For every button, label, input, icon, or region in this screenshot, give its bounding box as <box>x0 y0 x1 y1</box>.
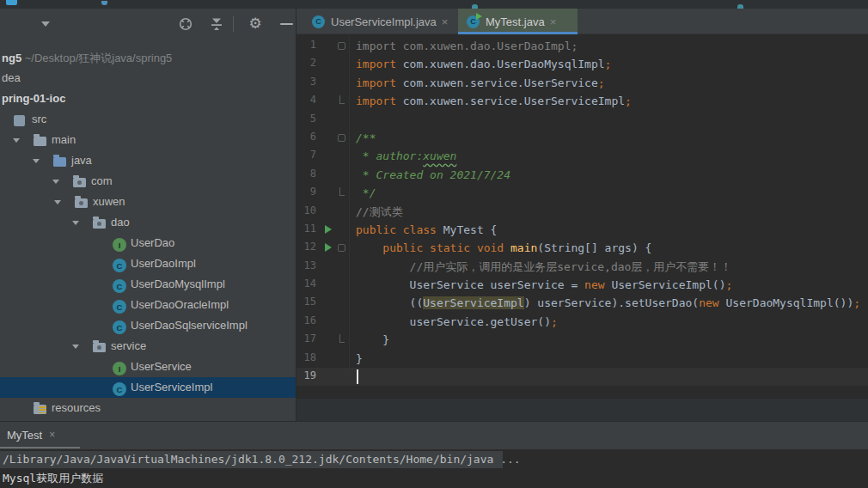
code-line-9[interactable]: 9 */ <box>296 184 868 202</box>
code-line-8[interactable]: 8 * Created on 2021/7/24 <box>296 166 868 184</box>
tree-item-service[interactable]: service <box>0 336 296 357</box>
code-line-15[interactable]: 15 ((UserServiceImpl) userService).setUs… <box>296 294 868 312</box>
tree-expand-arrow-icon[interactable] <box>54 200 61 204</box>
run-tab-mytest[interactable]: MyTest × <box>0 422 62 448</box>
code-line-18[interactable]: 18} <box>296 350 868 368</box>
tree-item-userdaooracleimpl[interactable]: CUserDaoOracleImpl <box>0 295 296 315</box>
code-line-4[interactable]: 4import com.xuwen.service.UserServiceImp… <box>296 92 868 110</box>
run-tab-close-icon[interactable]: × <box>49 429 55 441</box>
tab-close-icon[interactable]: × <box>550 15 557 28</box>
gutter[interactable]: 3 <box>296 74 350 92</box>
tree-item-dea[interactable]: dea <box>0 68 296 88</box>
gutter[interactable]: 1 <box>296 37 350 55</box>
tree-item-src[interactable]: src <box>0 109 296 130</box>
tree-item-label: UserDao <box>131 236 174 249</box>
code-line-12[interactable]: 12 public static void main(String[] args… <box>296 239 868 257</box>
gutter[interactable]: 19 <box>296 368 350 386</box>
tree-item-userservice[interactable]: IUserService <box>0 357 296 377</box>
tree-expand-arrow-icon[interactable] <box>52 180 59 184</box>
settings-gear-icon[interactable]: ⚙ <box>247 15 264 33</box>
gutter[interactable]: 5 <box>296 111 350 129</box>
gutter[interactable]: 4 <box>296 92 350 110</box>
code-line-6[interactable]: 6/** <box>296 129 868 147</box>
code-line-19[interactable]: 19 <box>296 368 868 386</box>
tree-expand-arrow-icon[interactable] <box>33 159 40 163</box>
editor-scrollbar-strip[interactable] <box>296 398 868 421</box>
gutter[interactable]: 14 <box>296 276 350 294</box>
tree-item-dao[interactable]: dao <box>0 212 296 233</box>
code-segment: ; <box>551 315 558 328</box>
code-editor[interactable]: 1import com.xuwen.dao.UserDaoImpl;2impor… <box>296 34 868 398</box>
fold-marker-icon[interactable] <box>338 42 345 50</box>
tree-item-java[interactable]: java <box>0 150 296 171</box>
tree-item-userdao[interactable]: IUserDao <box>0 233 296 253</box>
expand-command-button[interactable]: ... <box>493 453 520 466</box>
code-segment: public class <box>356 223 443 236</box>
code-text: userService.getUser(); <box>350 313 558 331</box>
code-line-11[interactable]: 11public class MyTest { <box>296 221 868 239</box>
tab-userserviceimpl-java[interactable]: C UserServiceImpl.java × <box>303 9 458 34</box>
tree-item-userdaosqlserviceimpl[interactable]: CUserDaoSqlserviceImpl <box>0 315 296 336</box>
code-line-2[interactable]: 2import com.xuwen.dao.UserDaoMysqlImpl; <box>296 55 868 73</box>
tab-label: MyTest.java <box>486 15 545 28</box>
gutter[interactable]: 10 <box>296 203 350 221</box>
gutter[interactable]: 11 <box>296 221 350 239</box>
run-arrow-icon[interactable] <box>325 243 332 252</box>
tree-item-pring-01-ioc[interactable]: pring-01-ioc <box>0 88 296 109</box>
code-text: public static void main(String[] args) { <box>350 239 651 257</box>
gutter[interactable]: 7 <box>296 147 350 165</box>
tree-expand-arrow-icon[interactable] <box>13 138 20 143</box>
line-number: 9 <box>296 186 316 198</box>
chevron-down-icon[interactable] <box>41 21 50 27</box>
locate-file-icon[interactable] <box>177 15 194 33</box>
fold-marker-icon[interactable] <box>339 187 345 196</box>
tree-expand-arrow-icon[interactable] <box>72 221 79 225</box>
fold-marker-icon[interactable] <box>338 244 345 252</box>
code-line-17[interactable]: 17 } <box>296 331 868 349</box>
code-segment: UserServiceImpl() <box>605 278 726 291</box>
gutter[interactable]: 17 <box>296 331 350 349</box>
gutter[interactable]: 6 <box>296 129 350 147</box>
line-number: 18 <box>296 351 316 363</box>
interface-icon: I <box>113 238 126 252</box>
gutter[interactable]: 18 <box>296 350 350 368</box>
fold-marker-icon[interactable] <box>339 95 345 104</box>
gutter[interactable]: 8 <box>296 166 350 184</box>
tree-item-userdaoimpl[interactable]: CUserDaoImpl <box>0 253 296 274</box>
collapse-all-icon[interactable] <box>208 15 225 33</box>
tree-item-resources[interactable]: resources <box>0 398 296 418</box>
code-line-10[interactable]: 10//测试类 <box>296 203 868 221</box>
code-line-13[interactable]: 13 //用户实际，调用的是业务层service,dao层，用户不需要！！ <box>296 258 868 276</box>
code-line-7[interactable]: 7 * author:xuwen <box>296 147 868 165</box>
gutter[interactable]: 12 <box>296 239 350 257</box>
tree-item-com[interactable]: com <box>0 171 296 192</box>
code-segment: */ <box>356 186 376 199</box>
tree-item-userdaomysqlimpl[interactable]: CUserDaoMysqlImpl <box>0 274 296 295</box>
code-line-16[interactable]: 16 userService.getUser(); <box>296 313 868 331</box>
tree-item-ng5[interactable]: ng5 ~/Desktop/狂神说java/spring5 <box>0 47 296 68</box>
hide-panel-icon[interactable] <box>278 15 295 33</box>
code-line-1[interactable]: 1import com.xuwen.dao.UserDaoImpl; <box>296 37 868 55</box>
code-segment: } <box>356 333 389 346</box>
fold-marker-icon[interactable] <box>338 134 345 142</box>
package-icon <box>93 219 106 229</box>
tab-mytest-java[interactable]: C MyTest.java × <box>458 9 578 34</box>
run-arrow-icon[interactable] <box>325 225 332 234</box>
tree-item-main[interactable]: main <box>0 130 296 150</box>
code-line-3[interactable]: 3import com.xuwen.service.UserService; <box>296 74 868 92</box>
line-number: 8 <box>296 168 316 180</box>
tree-item-label: UserService <box>131 360 192 373</box>
code-line-14[interactable]: 14 UserService userService = new UserSer… <box>296 276 868 294</box>
gutter[interactable]: 16 <box>296 313 350 331</box>
gutter[interactable]: 2 <box>296 55 350 73</box>
gutter[interactable]: 15 <box>296 294 350 312</box>
tab-close-icon[interactable]: × <box>442 15 449 28</box>
gutter[interactable]: 9 <box>296 184 350 202</box>
tree-item-xuwen[interactable]: xuwen <box>0 192 296 212</box>
package-icon <box>75 198 88 208</box>
gutter[interactable]: 13 <box>296 258 350 276</box>
code-line-5[interactable]: 5 <box>296 111 868 129</box>
tree-item-userserviceimpl[interactable]: CUserServiceImpl <box>0 377 296 398</box>
fold-marker-icon[interactable] <box>339 334 345 343</box>
tree-expand-arrow-icon[interactable] <box>72 345 79 349</box>
